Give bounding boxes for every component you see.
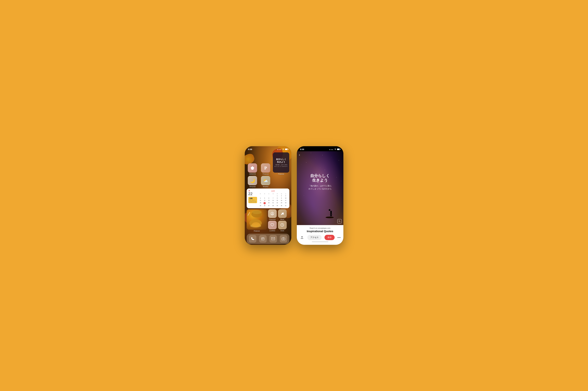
bottom-section: Pinterest Peacenrd: [247, 209, 289, 233]
cal-day-cell: 3: [284, 195, 288, 197]
left-time: 8:08: [248, 148, 252, 150]
cal-header-mon: 月: [262, 193, 267, 195]
clock-label: Clock: [280, 230, 284, 231]
pinterest1-label: Pinterest: [263, 173, 269, 175]
cal-event-title: 会議: [249, 197, 256, 199]
lens-search-icon[interactable]: [337, 219, 342, 223]
cal-day-cell: 2: [279, 195, 283, 197]
lovefest-label: Lovefest: [269, 230, 275, 231]
read-it-site: conceptspec.com: [318, 227, 330, 229]
access-button[interactable]: アクセス: [307, 235, 322, 240]
battery-icon-r: [337, 149, 340, 150]
bottom-panel: Read it on conceptspec.com Inspirational…: [297, 225, 343, 245]
back-chevron-icon: ‹: [299, 153, 300, 157]
dock: [247, 234, 289, 244]
weather-label: Weather: [263, 186, 268, 188]
dmndos-icon-img: [248, 163, 257, 173]
app-lovefest[interactable]: Lovefest: [268, 221, 277, 231]
svg-marker-0: [251, 166, 254, 170]
cal-day-cell: 9: [279, 197, 283, 199]
weather-icon-img: ⛅: [261, 176, 270, 185]
dock-mail[interactable]: [269, 235, 277, 243]
cal-day-cell: [271, 195, 275, 197]
wifi-icon-r: [334, 148, 336, 150]
cal-day-cell: 19: [262, 202, 267, 204]
left-status-icons: ▲▲▲: [277, 148, 288, 150]
svg-rect-18: [262, 239, 262, 239]
cal-day-cell: 17: [284, 199, 288, 202]
cal-day-cell: 30: [279, 205, 283, 207]
dock-calendar[interactable]: [259, 235, 267, 243]
cal-day-cell: [267, 195, 271, 197]
cal-day-cell: 15: [275, 199, 279, 202]
music-icon-img: [278, 209, 287, 218]
peacenrd-label: Peacenrd: [269, 218, 275, 220]
cal-day-cell: 14: [271, 199, 275, 202]
svg-point-22: [283, 238, 284, 240]
pinterest1-icon-img: P: [261, 163, 270, 173]
app-dmndos[interactable]: DMNDOS: [247, 163, 258, 175]
app-music[interactable]: Music: [278, 209, 287, 220]
more-button[interactable]: [338, 237, 341, 238]
svg-rect-21: [282, 238, 285, 240]
battery-icon: [285, 149, 288, 150]
svg-point-26: [339, 237, 340, 238]
cal-header-wed: 水: [271, 193, 275, 195]
app-clock[interactable]: Clock: [278, 221, 287, 231]
cal-day-cell: 24: [284, 202, 288, 204]
icons-grid: Peacenrd Music: [268, 209, 287, 233]
photo-inner: [247, 209, 267, 230]
cal-day-cell: 31: [284, 205, 288, 207]
cal-day-cell: 7: [271, 197, 275, 199]
dock-camera[interactable]: [280, 235, 287, 243]
svg-point-9: [281, 214, 282, 215]
cal-day-cell: 28: [271, 205, 275, 207]
icon-row-top: Peacenrd Music: [268, 209, 287, 220]
app-pinterest1[interactable]: P Pinterest: [260, 163, 271, 175]
quote-widget: 自分らしく生きよう 「他の誰か」はすてに取られてしまっているのだから: [273, 152, 289, 173]
cal-day-cell: 22: [275, 202, 279, 204]
cal-right: 10月 日 月 火 水 木 金 土: [258, 190, 288, 207]
cal-header-sun: 日: [258, 193, 262, 195]
cal-day-cell: 4: [258, 197, 262, 199]
cal-day-cell: 16: [279, 199, 283, 202]
page-container: 8:08 ▲▲▲ DMNDOS: [239, 138, 349, 253]
share-button[interactable]: [300, 235, 305, 240]
app-sleepstar[interactable]: 🌙 Sleepstar: [247, 176, 258, 188]
right-time: 8:08: [300, 148, 304, 150]
panel-title: Inspirational Quotes: [300, 230, 341, 233]
cal-header-tue: 火: [267, 193, 271, 195]
back-button[interactable]: ‹: [299, 153, 300, 157]
save-button[interactable]: 保存: [325, 235, 335, 240]
app-row-2: 🌙 Sleepstar ⛅ Weather: [247, 176, 289, 188]
app-peacenrd[interactable]: Peacenrd: [268, 209, 277, 220]
peacenrd-icon-img: [268, 209, 277, 218]
svg-line-7: [271, 213, 272, 215]
svg-line-13: [282, 225, 283, 225]
svg-rect-19: [263, 239, 263, 239]
svg-line-8: [272, 213, 274, 215]
photo-widget-container: Pinterest: [247, 209, 267, 233]
photo-widget-label: Pinterest: [254, 230, 260, 232]
cal-event: 会議 オンライン 10:00-11:30: [248, 197, 257, 203]
starry-background: ‹ 自分らしく生きよう 「他の誰か」はすてに取られてしまっているのだから: [297, 151, 343, 225]
action-row: アクセス 保存: [300, 235, 341, 240]
cal-day-cell: 6: [267, 197, 271, 199]
dock-phone[interactable]: [249, 235, 256, 243]
quote-overlay-sub: 「他の誰か」はすてに取られてしまっているのだから: [301, 184, 339, 191]
cal-day-cell: 26: [262, 205, 267, 207]
cal-day-cell: 10: [284, 197, 288, 199]
quote-main-text: 自分らしく生きよう: [276, 158, 286, 163]
photo-widget[interactable]: [247, 209, 267, 230]
cal-day-cell: 29: [275, 205, 279, 207]
right-status-icons: ▲▲▲: [329, 148, 340, 150]
left-status-bar: 8:08 ▲▲▲: [245, 146, 291, 151]
cal-day-cell: 8: [275, 197, 279, 199]
home-indicator: [312, 241, 328, 242]
cal-day-cell: [262, 195, 267, 197]
cal-header-sat: 土: [284, 193, 288, 195]
right-status-bar: 8:08 ▲▲▲: [297, 146, 343, 151]
app-weather[interactable]: ⛅ Weather: [260, 176, 271, 188]
cal-day-cell: 23: [279, 202, 283, 204]
cal-today: 19: [263, 202, 266, 204]
